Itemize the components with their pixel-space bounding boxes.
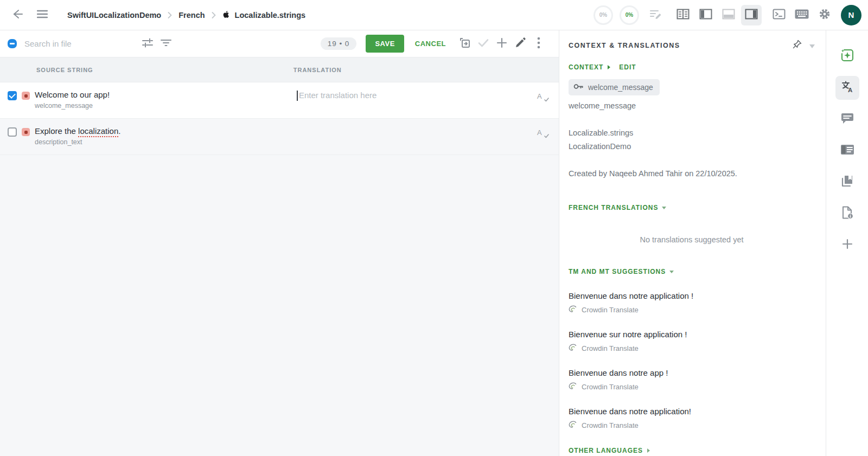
view-left-panel-button[interactable] bbox=[695, 5, 716, 25]
breadcrumb: SwiftUILocalizationDemo French Localizab… bbox=[67, 10, 305, 21]
console-button[interactable] bbox=[769, 5, 789, 25]
file-info-icon bbox=[841, 206, 853, 221]
string-counter: 19 • 0 bbox=[321, 37, 357, 50]
editor-panel: 19 • 0 SAVE CANCEL bbox=[0, 30, 559, 456]
suggestion-item[interactable]: Bienvenue dans notre application! Crowdi… bbox=[569, 407, 815, 429]
back-button[interactable] bbox=[8, 5, 27, 25]
filter-icon bbox=[160, 38, 172, 49]
progress-badge-translated[interactable]: 0% bbox=[593, 5, 613, 25]
spellcheck-icon[interactable]: A bbox=[537, 91, 547, 101]
menu-button[interactable] bbox=[33, 5, 52, 25]
source-edit-button[interactable] bbox=[646, 5, 665, 25]
add-panel-button[interactable] bbox=[835, 233, 859, 257]
breadcrumb-file[interactable]: Localizable.strings bbox=[222, 10, 306, 21]
file-context-panel-button[interactable] bbox=[835, 202, 859, 226]
project-name: LocalizationDemo bbox=[569, 142, 815, 151]
avatar[interactable]: N bbox=[841, 5, 861, 25]
suggestion-item[interactable]: Bienvenue dans notre application ! Crowd… bbox=[569, 291, 815, 314]
comments-panel-button[interactable] bbox=[835, 107, 859, 131]
copy-source-button[interactable] bbox=[456, 35, 474, 53]
chevron-right-icon bbox=[168, 12, 172, 18]
shortcuts-button[interactable] bbox=[792, 5, 812, 25]
right-panel-view-icon bbox=[745, 9, 758, 22]
row-checkbox[interactable] bbox=[8, 91, 17, 100]
suggestion-text: Bienvenue sur notre application ! bbox=[569, 330, 815, 339]
lines-pencil-icon bbox=[649, 9, 662, 21]
progress-badge-approved[interactable]: 0% bbox=[620, 5, 639, 25]
section-tm-mt-suggestions[interactable]: TM AND MT SUGGESTIONS bbox=[569, 268, 815, 275]
check-icon bbox=[477, 38, 489, 50]
select-all-checkbox[interactable] bbox=[8, 39, 17, 48]
chevron-down-icon bbox=[669, 271, 674, 273]
edit-context-link[interactable]: EDIT bbox=[619, 63, 636, 71]
string-key-chip[interactable]: welcome_message bbox=[569, 79, 660, 95]
text-cursor bbox=[297, 91, 298, 101]
settings-button[interactable] bbox=[815, 5, 834, 25]
spellcheck-icon[interactable]: A bbox=[537, 127, 547, 137]
suggestion-provider: Crowdin Translate bbox=[582, 383, 639, 391]
string-key: description_text bbox=[35, 138, 120, 146]
breadcrumb-project[interactable]: SwiftUILocalizationDemo bbox=[67, 11, 161, 20]
suggestion-text: Bienvenue dans notre app ! bbox=[569, 368, 815, 377]
view-bottom-panel-button[interactable] bbox=[718, 5, 739, 25]
untranslated-status-icon bbox=[22, 92, 30, 100]
translate-icon: A bbox=[841, 80, 854, 95]
file-name: Localizable.strings bbox=[569, 129, 815, 137]
translation-input[interactable]: Enter translation here bbox=[299, 91, 376, 100]
edit-string-button[interactable] bbox=[511, 35, 529, 53]
save-button[interactable]: SAVE bbox=[366, 35, 404, 53]
suggestion-provider: Crowdin Translate bbox=[582, 306, 639, 314]
untranslated-status-icon bbox=[22, 128, 30, 136]
breadcrumb-file-name: Localizable.strings bbox=[235, 11, 306, 20]
chevron-right-icon bbox=[212, 12, 216, 18]
source-string-text: Welcome to our app! bbox=[35, 90, 110, 99]
svg-text:A: A bbox=[848, 87, 852, 93]
bottom-panel-view-icon bbox=[722, 9, 735, 22]
approve-button[interactable] bbox=[474, 35, 493, 53]
filter-strings-button[interactable] bbox=[157, 35, 175, 53]
glossary-panel-button[interactable] bbox=[835, 170, 859, 194]
translations-panel-button[interactable]: A bbox=[835, 76, 859, 100]
collapse-panel-icon[interactable] bbox=[809, 41, 815, 50]
key-icon bbox=[573, 82, 584, 92]
add-string-button[interactable] bbox=[493, 35, 511, 53]
row-checkbox[interactable] bbox=[8, 127, 17, 137]
view-right-panel-button[interactable] bbox=[741, 5, 762, 25]
crowdin-logo-icon bbox=[569, 382, 577, 391]
chevron-right-icon bbox=[608, 65, 610, 69]
panel-title: CONTEXT & TRANSLATIONS bbox=[569, 42, 680, 49]
comment-bubble-icon bbox=[841, 112, 854, 126]
section-french-translations[interactable]: FRENCH TRANSLATIONS bbox=[569, 204, 815, 211]
terms-card-icon bbox=[840, 144, 854, 157]
plus-icon bbox=[496, 37, 507, 50]
context-panel: CONTEXT & TRANSLATIONS CONTEXT EDIT welc… bbox=[559, 30, 826, 456]
table-row[interactable]: Explore the localization. description_te… bbox=[0, 119, 559, 155]
apple-icon bbox=[222, 10, 231, 21]
search-settings-button[interactable] bbox=[138, 35, 157, 53]
context-link[interactable]: CONTEXT bbox=[569, 63, 603, 71]
view-side-by-side-button[interactable] bbox=[673, 5, 693, 25]
string-key-name: welcome_message bbox=[569, 101, 815, 110]
cancel-button[interactable]: CANCEL bbox=[410, 35, 451, 53]
search-input[interactable] bbox=[24, 39, 138, 48]
pin-panel-icon[interactable] bbox=[793, 40, 802, 51]
suggestion-item[interactable]: Bienvenue sur notre application ! Crowdi… bbox=[569, 330, 815, 352]
suggestion-provider: Crowdin Translate bbox=[582, 421, 639, 429]
source-string-column-header: SOURCE STRING bbox=[0, 67, 293, 73]
translations-empty-state: No translations suggested yet bbox=[569, 235, 815, 244]
crowdin-logo-icon bbox=[569, 421, 577, 429]
table-row[interactable]: Welcome to our app! welcome_message Ente… bbox=[0, 82, 559, 119]
chevron-down-icon bbox=[662, 207, 666, 209]
suggestion-item[interactable]: Bienvenue dans notre app ! Crowdin Trans… bbox=[569, 368, 815, 391]
table-header: SOURCE STRING TRANSLATION bbox=[0, 57, 559, 82]
breadcrumb-language[interactable]: French bbox=[178, 11, 205, 20]
plus-icon bbox=[842, 239, 853, 252]
more-menu-button[interactable] bbox=[529, 35, 548, 53]
chevron-right-icon bbox=[647, 448, 650, 453]
left-panel-view-icon bbox=[699, 9, 712, 22]
terms-panel-button[interactable] bbox=[835, 139, 859, 163]
ai-assistant-button[interactable] bbox=[835, 44, 859, 68]
string-key: welcome_message bbox=[35, 102, 110, 110]
section-other-languages[interactable]: OTHER LANGUAGES bbox=[569, 447, 815, 454]
editor-toolbar: 19 • 0 SAVE CANCEL bbox=[0, 30, 559, 57]
